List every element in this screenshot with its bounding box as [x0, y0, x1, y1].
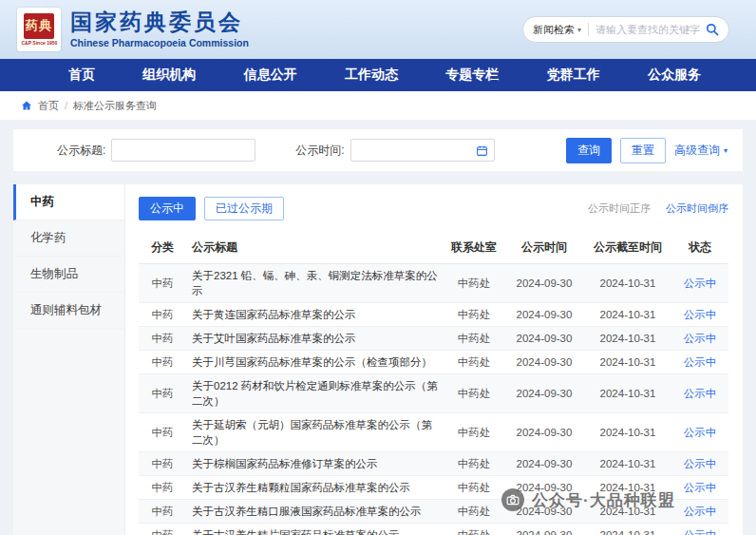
chevron-down-icon: ▾	[724, 146, 728, 155]
row-category: 中药	[139, 327, 186, 351]
row-office: 中药处	[444, 476, 504, 500]
search-input[interactable]	[595, 24, 702, 35]
header-title: 公示标题	[186, 232, 444, 264]
nav-item-home[interactable]: 首页	[68, 67, 95, 84]
results-panel: 公示中 已过公示期 公示时间正序 公示时间倒序 分类 公示标题 联系处室 公示时…	[125, 184, 743, 535]
filter-title-input[interactable]	[111, 139, 255, 162]
row-category: 中药	[139, 303, 186, 327]
row-end-date: 2024-10-31	[584, 524, 671, 535]
search-category-dropdown[interactable]: 新闻检索 ▾	[533, 23, 581, 37]
row-title-link[interactable]: 关于古汉养生精片国家药品标准草案的公示	[186, 524, 444, 535]
advanced-query-label: 高级查询	[674, 143, 720, 159]
row-title-link[interactable]: 关于0212 药材和饮片检定通则标准草案的公示（第二次）	[186, 374, 444, 413]
row-start-date: 2024-09-30	[504, 303, 584, 327]
table-row: 中药 关于古汉养生精颗粒国家药品标准草案的公示 中药处 2024-09-30 2…	[139, 476, 728, 500]
tab-publicity-expired[interactable]: 已过公示期	[204, 197, 284, 220]
table-row: 中药 关于0212 药材和饮片检定通则标准草案的公示（第二次） 中药处 2024…	[139, 374, 728, 413]
row-title-link[interactable]: 关于艾叶国家药品标准草案的公示	[186, 327, 444, 351]
header-status: 状态	[671, 232, 728, 264]
row-office: 中药处	[444, 351, 504, 374]
nav-item-public-services[interactable]: 公众服务	[648, 67, 701, 84]
query-button[interactable]: 查询	[566, 138, 612, 163]
row-title-link[interactable]: 关于古汉养生精口服液国家药品标准草案的公示	[186, 500, 444, 524]
filter-time-label: 公示时间:	[295, 143, 344, 159]
row-status-link[interactable]: 公示中	[684, 458, 717, 469]
filter-date-input[interactable]	[357, 143, 476, 157]
filter-title-label: 公示标题:	[57, 143, 105, 159]
breadcrumb: 首页 / 标准公示服务查询	[0, 91, 756, 120]
site-subtitle: Chinese Pharmacopoeia Commission	[70, 37, 249, 48]
site-search-box: 新闻检索 ▾	[522, 16, 729, 43]
row-title-link[interactable]: 关于棕榈国家药品标准修订草案的公示	[186, 452, 444, 476]
row-office: 中药处	[444, 327, 504, 351]
row-status-link[interactable]: 公示中	[684, 529, 717, 535]
chevron-down-icon: ▾	[577, 26, 581, 34]
home-icon[interactable]	[21, 100, 32, 111]
row-end-date: 2024-10-31	[584, 476, 671, 500]
row-title-link[interactable]: 关于川芎国家药品标准草案的公示（检查项部分）	[186, 351, 444, 374]
nav-item-info-disclosure[interactable]: 信息公开	[244, 67, 297, 84]
breadcrumb-current: 标准公示服务查询	[73, 99, 157, 113]
row-title-link[interactable]: 关于延胡索（元胡）国家药品标准草案的公示（第二次）	[186, 413, 444, 452]
row-category: 中药	[139, 374, 186, 413]
tab-in-publicity[interactable]: 公示中	[139, 197, 196, 220]
site-header: 药典 C&P Since 1950 国家药典委员会 Chinese Pharma…	[0, 0, 756, 59]
publicity-table: 分类 公示标题 联系处室 公示时间 公示截至时间 状态 中药 关于2321 铅、…	[139, 232, 728, 535]
sidebar-item-chemical[interactable]: 化学药	[13, 220, 124, 257]
row-status-link[interactable]: 公示中	[684, 309, 717, 320]
row-title-link[interactable]: 关于2321 铅、镉、砷、汞、铜测定法标准草案的公示	[186, 264, 444, 303]
row-status-link[interactable]: 公示中	[684, 427, 717, 438]
nav-item-special-topics[interactable]: 专题专栏	[445, 67, 499, 84]
sidebar-item-tcm[interactable]: 中药	[13, 184, 124, 220]
row-office: 中药处	[444, 500, 504, 524]
row-category: 中药	[139, 476, 186, 500]
breadcrumb-home-link[interactable]: 首页	[38, 99, 59, 113]
header-start-date: 公示时间	[504, 232, 584, 264]
nav-item-organization[interactable]: 组织机构	[142, 67, 196, 84]
sidebar-item-excipients[interactable]: 通则辅料包材	[13, 293, 124, 329]
category-sidebar: 中药 化学药 生物制品 通则辅料包材	[13, 184, 125, 535]
search-icon[interactable]	[706, 23, 719, 36]
search-divider	[588, 23, 589, 36]
row-status-link[interactable]: 公示中	[684, 388, 717, 399]
row-start-date: 2024-09-30	[504, 452, 584, 476]
row-start-date: 2024-09-30	[504, 327, 584, 351]
table-row: 中药 关于古汉养生精口服液国家药品标准草案的公示 中药处 2024-09-30 …	[139, 500, 728, 524]
pharmacopoeia-logo[interactable]: 药典 C&P Since 1950	[17, 8, 61, 51]
row-title-link[interactable]: 关于古汉养生精颗粒国家药品标准草案的公示	[186, 476, 444, 500]
row-category: 中药	[139, 413, 186, 452]
row-start-date: 2024-09-30	[504, 264, 584, 303]
row-status-link[interactable]: 公示中	[684, 356, 717, 368]
nav-item-work-dynamics[interactable]: 工作动态	[345, 67, 398, 84]
logo-caption: C&P Since 1950	[21, 40, 57, 45]
nav-item-party-work[interactable]: 党群工作	[547, 67, 600, 84]
advanced-query-button[interactable]: 高级查询 ▾	[674, 143, 728, 159]
sidebar-item-biologics[interactable]: 生物制品	[13, 257, 124, 293]
table-row: 中药 关于棕榈国家药品标准修订草案的公示 中药处 2024-09-30 2024…	[139, 452, 728, 476]
search-category-label: 新闻检索	[533, 23, 575, 37]
row-end-date: 2024-10-31	[584, 500, 671, 524]
brand-block: 国家药典委员会 Chinese Pharmacopoeia Commission	[70, 10, 249, 48]
row-end-date: 2024-10-31	[584, 374, 671, 413]
tabs-row: 公示中 已过公示期 公示时间正序 公示时间倒序	[139, 197, 728, 220]
header-category: 分类	[139, 232, 186, 264]
sort-time-ascending-link[interactable]: 公示时间正序	[588, 201, 651, 216]
row-status-link[interactable]: 公示中	[684, 506, 717, 517]
sort-time-descending-link[interactable]: 公示时间倒序	[666, 201, 728, 216]
row-end-date: 2024-10-31	[584, 303, 671, 327]
reset-button[interactable]: 重置	[620, 138, 666, 163]
row-start-date: 2024-09-30	[504, 374, 584, 413]
logo-seal-icon: 药典	[24, 13, 54, 39]
row-status-link[interactable]: 公示中	[684, 482, 717, 493]
row-status-link[interactable]: 公示中	[684, 333, 717, 344]
calendar-icon[interactable]	[476, 144, 488, 157]
row-end-date: 2024-10-31	[584, 264, 671, 303]
filter-date-field[interactable]	[350, 139, 495, 162]
row-status-link[interactable]: 公示中	[684, 277, 717, 289]
table-row: 中药 关于古汉养生精片国家药品标准草案的公示 中药处 2024-09-30 20…	[139, 524, 728, 535]
row-title-link[interactable]: 关于黄连国家药品标准草案的公示	[186, 303, 444, 327]
row-start-date: 2024-09-30	[504, 524, 584, 535]
filter-actions: 查询 重置 高级查询 ▾	[566, 138, 728, 163]
row-start-date: 2024-09-30	[504, 476, 584, 500]
row-category: 中药	[139, 452, 186, 476]
